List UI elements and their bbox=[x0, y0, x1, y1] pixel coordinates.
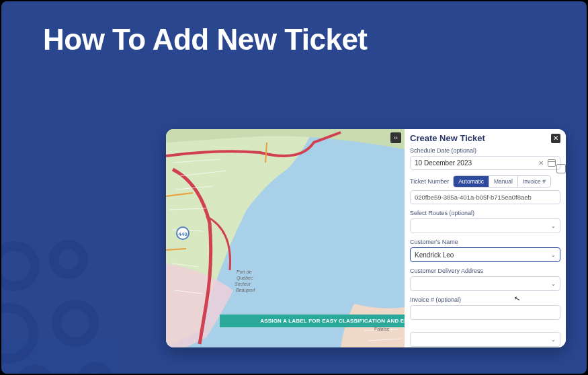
close-button[interactable]: ✕ bbox=[551, 134, 560, 143]
customer-name-value: Kendrick Leo bbox=[415, 251, 454, 259]
schedule-date-field: Schedule Date (optional) 10 December 202… bbox=[410, 147, 560, 170]
svg-text:Falaise: Falaise bbox=[374, 327, 390, 331]
map-pane[interactable]: 440 Port de Québec Secteur Beauport Fala… bbox=[166, 129, 405, 347]
clear-date-button[interactable]: ✕ bbox=[538, 159, 544, 167]
customer-name-select[interactable]: Kendrick Leo ⌄ bbox=[410, 247, 560, 262]
ticket-number-label: Ticket Number bbox=[410, 178, 449, 185]
ticket-number-input[interactable]: 020fbe59-385a-401a-b05f-b715ea0f8aeb bbox=[410, 190, 560, 204]
extra-select[interactable]: ⌄ bbox=[410, 332, 560, 347]
svg-text:Port de: Port de bbox=[237, 269, 252, 274]
customer-address-field: Customer Delivery Address ⌄ bbox=[410, 267, 560, 291]
calendar-icon[interactable] bbox=[548, 159, 556, 167]
chevron-down-icon: ⌄ bbox=[551, 281, 556, 287]
svg-text:Secteur: Secteur bbox=[235, 282, 251, 286]
svg-point-2 bbox=[1, 308, 34, 359]
decorative-circles bbox=[1, 212, 149, 374]
ticket-number-mode: Automatic Manual Invoice # bbox=[453, 175, 551, 188]
schedule-date-label: Schedule Date (optional) bbox=[410, 147, 560, 154]
help-tooltip: ASSIGN A LABEL FOR EASY CLASSIFICATION A… bbox=[220, 315, 405, 327]
app-window: 440 Port de Québec Secteur Beauport Fala… bbox=[166, 129, 566, 347]
chevron-down-icon: ⌄ bbox=[551, 337, 556, 343]
svg-text:Québec: Québec bbox=[237, 276, 253, 281]
svg-point-0 bbox=[1, 246, 35, 286]
svg-text:440: 440 bbox=[178, 231, 187, 237]
map-expand-button[interactable]: ›› bbox=[390, 132, 401, 143]
mode-invoice[interactable]: Invoice # bbox=[518, 176, 550, 187]
page-title: How To Add New Ticket bbox=[1, 1, 587, 56]
create-ticket-panel: Create New Ticket ✕ Schedule Date (optio… bbox=[405, 129, 566, 347]
extra-field: ⌄ bbox=[410, 332, 560, 347]
customer-name-label: Customer's Name bbox=[410, 239, 560, 245]
form-header: Create New Ticket ✕ bbox=[405, 129, 566, 146]
invoice-label: Invoice # (optional) bbox=[410, 296, 560, 303]
customer-name-field: Customer's Name Kendrick Leo ⌄ bbox=[410, 239, 560, 262]
customer-address-select[interactable]: ⌄ bbox=[410, 276, 560, 291]
schedule-date-input[interactable]: 10 December 2023 ✕ bbox=[410, 156, 560, 170]
schedule-date-value: 10 December 2023 bbox=[415, 159, 538, 167]
svg-text:Beauport: Beauport bbox=[236, 288, 255, 293]
chevron-right-icon: ›› bbox=[394, 134, 398, 141]
invoice-field: Invoice # (optional) bbox=[410, 296, 560, 320]
routes-label: Select Routes (optional) bbox=[410, 210, 560, 216]
routes-field: Select Routes (optional) ⌄ bbox=[410, 210, 560, 233]
customer-address-label: Customer Delivery Address bbox=[410, 267, 560, 274]
calendar-sidebar-icon bbox=[556, 164, 566, 173]
chevron-down-icon: ⌄ bbox=[551, 252, 556, 258]
form-title: Create New Ticket bbox=[410, 133, 485, 143]
mode-manual[interactable]: Manual bbox=[489, 176, 518, 187]
svg-point-4 bbox=[17, 370, 52, 374]
slide-frame: How To Add New Ticket bbox=[1, 1, 587, 374]
svg-point-1 bbox=[54, 245, 83, 274]
routes-select[interactable]: ⌄ bbox=[410, 218, 560, 233]
svg-point-5 bbox=[82, 367, 109, 374]
form-body: Schedule Date (optional) 10 December 202… bbox=[405, 146, 566, 347]
chevron-down-icon: ⌄ bbox=[551, 223, 556, 229]
close-icon: ✕ bbox=[553, 134, 558, 142]
svg-point-3 bbox=[56, 304, 94, 342]
invoice-input[interactable] bbox=[410, 305, 560, 320]
mode-automatic[interactable]: Automatic bbox=[454, 176, 489, 187]
ticket-number-field: Ticket Number Automatic Manual Invoice #… bbox=[410, 175, 560, 204]
